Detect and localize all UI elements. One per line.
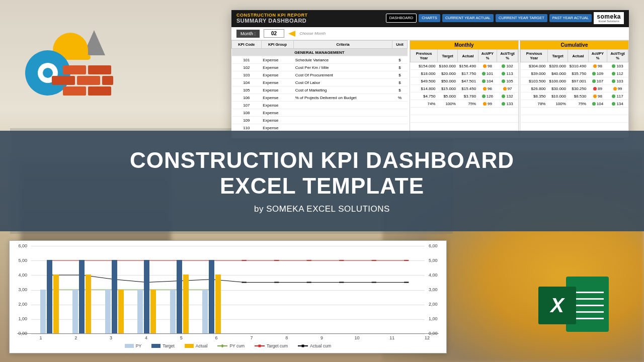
col-kpi-code: KPI Code — [232, 41, 262, 49]
table-row: $304.000$320.000$310.49098103 — [521, 62, 628, 70]
table-row — [521, 115, 628, 123]
bricks-icon — [63, 65, 113, 96]
table-row: $103.500$100.000$97.001107103 — [521, 77, 628, 85]
table-row: $39.000$40.000$35.750109112 — [521, 70, 628, 77]
chart-legend: PY Target Actual PY cum Target cum Actua… — [17, 342, 439, 348]
month-label: Month : — [236, 30, 260, 38]
tab-cy-actual[interactable]: CURRENT YEAR ACTUAL — [442, 14, 494, 22]
month-input[interactable]: 02 — [264, 29, 284, 38]
chart-panel: 0,001,002,003,004,005,006,00 0,001,002,0… — [9, 240, 447, 353]
tab-dashboard[interactable]: DASHBOARD — [386, 14, 417, 23]
table-row: $26.800$30.000$30.2508999 — [521, 85, 628, 93]
svg-rect-13 — [274, 260, 279, 261]
svg-rect-27 — [339, 282, 344, 283]
legend-py-cum: PY cum — [229, 343, 245, 348]
table-row: 103ExpenseCost Of Procurement$ — [232, 71, 408, 79]
chart-area: 0,001,002,003,004,005,006,00 0,001,002,0… — [17, 246, 439, 334]
table-row: 102ExpenseCost Per Km / Mile$ — [232, 64, 408, 71]
banner-line2: EXCEL TEMPLATE — [220, 173, 424, 199]
svg-rect-17 — [404, 260, 409, 261]
tab-charts[interactable]: CHARTS — [419, 14, 440, 22]
table-row: 107Expense — [232, 102, 408, 109]
construction-icon — [25, 30, 116, 106]
monthly-block: Monthly Previous YearTargetActualAct/PY … — [410, 40, 519, 138]
table-row: 104ExpenseCost Of Labor$ — [232, 79, 408, 86]
table-row — [521, 108, 628, 115]
svg-rect-29 — [404, 282, 409, 283]
section-general-mgmt: GENERAL MANAGEMENT — [232, 49, 408, 56]
excel-icon: X — [538, 272, 609, 337]
table-row: 106Expense% of Projects Delivered on Bud… — [232, 94, 408, 102]
legend-actual-cum: Actual cum — [310, 343, 331, 348]
monthly-title: Monthly — [410, 41, 518, 49]
excel-badge: X — [538, 287, 576, 324]
table-row: $49.500$50.000$47.501104105 — [411, 77, 518, 85]
table-row — [411, 115, 518, 123]
table-row: $18.000$20.000$17.750101113 — [411, 70, 518, 77]
svg-rect-16 — [372, 260, 376, 261]
tab-py-actual[interactable]: PAST YEAR ACTUAL — [549, 14, 592, 22]
legend-target-cum: Target cum — [267, 343, 288, 348]
choose-month-hint: Choose Month — [299, 31, 326, 36]
table-row: 109Expense — [232, 117, 408, 124]
table-row: $8.350$10.000$8.53098117 — [521, 93, 628, 100]
svg-rect-25 — [274, 282, 279, 283]
dashboard-panel: CONSTRUCTION KPI REPORT SUMMARY DASHBOAR… — [231, 10, 629, 138]
month-selector-row: Month : 02 Choose Month — [231, 27, 629, 40]
table-row: 78%100%75%104134 — [521, 100, 628, 108]
table-row: $14.800$15.000$15.4509697 — [411, 85, 518, 93]
cumulative-block: Cumulative Previous YearTargetActualAct/… — [520, 40, 629, 138]
legend-target: Target — [163, 343, 175, 348]
legend-actual: Actual — [196, 343, 208, 348]
report-title: CONSTRUCTION KPI REPORT — [236, 13, 308, 18]
dashboard-subtitle: SUMMARY DASHBOARD — [236, 18, 308, 24]
banner-subtitle: by SOMEKA EXCEL SOLUTIONS — [254, 204, 390, 214]
kpi-definition-table: KPI Code KPI Group Criteria Unit GENERAL… — [231, 40, 408, 138]
table-row: 105ExpenseCost of Marketing$ — [232, 86, 408, 94]
someka-logo: someka Excel Solutions — [594, 12, 624, 24]
table-row — [411, 108, 518, 115]
svg-rect-26 — [307, 282, 311, 283]
table-row: 101ExpenseSchedule Variance$ — [232, 56, 408, 64]
table-row — [411, 123, 518, 130]
title-banner: CONSTRUCTION KPI DASHBOARD EXCEL TEMPLAT… — [0, 131, 644, 231]
legend-py: PY — [136, 343, 141, 348]
tab-cy-target[interactable]: CURRENT YEAR TARGET — [496, 14, 547, 22]
table-row — [521, 123, 628, 130]
col-unit: Unit — [392, 41, 407, 49]
table-row: $154.000$160.000$156.49098102 — [411, 62, 518, 70]
nav-tabs: DASHBOARD CHARTS CURRENT YEAR ACTUAL CUR… — [386, 12, 624, 24]
cumulative-title: Cumulative — [520, 41, 628, 49]
svg-rect-15 — [339, 260, 344, 261]
svg-rect-28 — [372, 282, 376, 283]
svg-rect-24 — [242, 282, 247, 283]
col-criteria: Criteria — [294, 41, 392, 49]
svg-rect-12 — [242, 260, 247, 261]
svg-rect-14 — [307, 260, 311, 261]
dashboard-header: CONSTRUCTION KPI REPORT SUMMARY DASHBOAR… — [231, 10, 629, 27]
table-row: $4.750$5.000$3.780126132 — [411, 93, 518, 100]
arrow-left-icon — [288, 31, 295, 37]
table-row: 108Expense — [232, 109, 408, 117]
banner-line1: CONSTRUCTION KPI DASHBOARD — [130, 148, 514, 173]
table-row: 74%100%75%99133 — [411, 100, 518, 108]
col-kpi-group: KPI Group — [261, 41, 293, 49]
